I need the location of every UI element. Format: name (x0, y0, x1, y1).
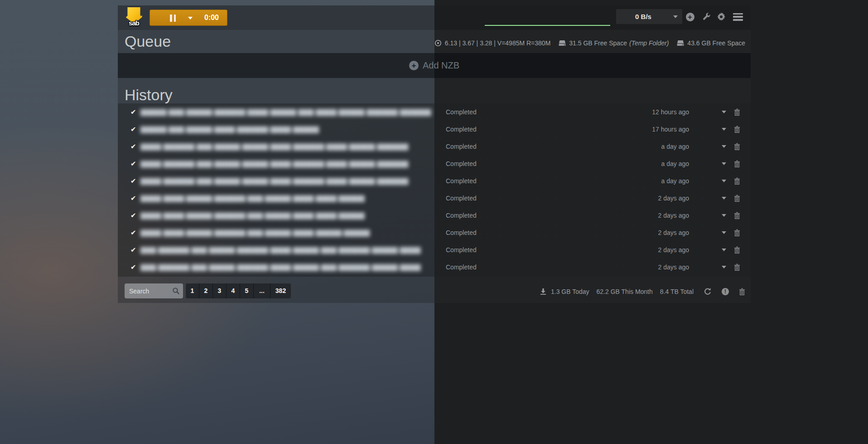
total-stat: 8.4 TB Total (660, 288, 694, 295)
page-button-382[interactable]: 382 (270, 283, 291, 298)
job-status: Completed (446, 126, 477, 133)
row-delete-button[interactable] (734, 212, 740, 219)
menu-icon-button[interactable] (733, 12, 743, 22)
job-status: Completed (446, 177, 477, 185)
job-status: Completed (446, 246, 477, 254)
history-row[interactable]: ✔ ▇▇▇▇ ▇▇▇▇▇▇ ▇▇▇ ▇▇▇▇▇ ▇▇▇▇▇ ▇▇▇▇ ▇▇▇▇▇… (118, 155, 751, 172)
today-stat: 1.3 GB Today (551, 288, 589, 295)
refresh-button[interactable] (704, 288, 712, 296)
add-icon: + (686, 13, 694, 21)
row-expand-caret-icon[interactable] (722, 162, 726, 165)
row-expand-caret-icon[interactable] (722, 180, 726, 182)
page-button-1[interactable]: 1 (186, 283, 199, 298)
clear-history-button[interactable] (739, 288, 745, 295)
trash-icon (734, 195, 740, 202)
pagination: 12345...382 (186, 283, 291, 298)
masked-job-name[interactable]: ▇▇▇▇ ▇▇▇▇ ▇▇▇▇▇ ▇▇▇▇▇▇ ▇▇▇ ▇▇▇▇▇ ▇▇▇▇ ▇▇… (140, 194, 365, 202)
completed-check-icon: ✔ (130, 125, 136, 133)
job-time: 2 days ago (658, 229, 690, 236)
add-icon-button[interactable]: + (685, 12, 695, 22)
row-delete-button[interactable] (734, 177, 740, 185)
row-expand-caret-icon[interactable] (722, 249, 726, 251)
servers-icon (434, 39, 442, 47)
row-delete-button[interactable] (734, 195, 740, 202)
history-row[interactable]: ✔ ▇▇▇▇▇ ▇▇▇ ▇▇▇▇▇ ▇▇▇▇▇▇ ▇▇▇▇ ▇▇▇▇▇ ▇▇▇ … (118, 103, 751, 121)
history-row[interactable]: ✔ ▇▇▇▇ ▇▇▇▇ ▇▇▇▇▇ ▇▇▇▇▇▇ ▇▇▇ ▇▇▇▇▇ ▇▇▇▇ … (118, 207, 751, 224)
masked-job-name[interactable]: ▇▇▇ ▇▇▇▇▇▇ ▇▇▇ ▇▇▇▇▇ ▇▇▇▇▇▇ ▇▇▇▇ ▇▇▇▇▇ ▇… (140, 263, 420, 271)
row-delete-button[interactable] (734, 246, 740, 254)
row-expand-caret-icon[interactable] (722, 145, 726, 148)
history-row[interactable]: ✔ ▇▇▇ ▇▇▇▇▇▇ ▇▇▇ ▇▇▇▇▇ ▇▇▇▇▇▇ ▇▇▇▇ ▇▇▇▇▇… (118, 241, 751, 259)
masked-job-name[interactable]: ▇▇▇ ▇▇▇▇▇▇ ▇▇▇ ▇▇▇▇▇ ▇▇▇▇▇▇ ▇▇▇▇ ▇▇▇▇▇ ▇… (140, 246, 420, 254)
page-button-...[interactable]: ... (254, 283, 270, 298)
pause-dropdown-caret-icon[interactable] (188, 17, 193, 20)
page-button-3[interactable]: 3 (213, 283, 227, 298)
masked-job-name[interactable]: ▇▇▇▇▇ ▇▇▇ ▇▇▇▇▇ ▇▇▇▇▇▇ ▇▇▇▇ ▇▇▇▇▇ ▇▇▇ ▇▇… (140, 108, 431, 116)
page-button-5[interactable]: 5 (240, 283, 254, 298)
job-status: Completed (446, 229, 477, 236)
add-nzb-dropzone[interactable]: + Add NZB (118, 53, 751, 78)
history-row[interactable]: ✔ ▇▇▇▇ ▇▇▇▇▇▇ ▇▇▇ ▇▇▇▇▇ ▇▇▇▇▇ ▇▇▇▇ ▇▇▇▇▇… (118, 138, 751, 155)
statusbar: 6.13 | 3.67 | 3.28 | V=4985M R=380M 31.5… (426, 38, 745, 48)
row-expand-caret-icon[interactable] (722, 128, 726, 131)
masked-job-name[interactable]: ▇▇▇▇ ▇▇▇▇ ▇▇▇▇▇ ▇▇▇▇▇▇ ▇▇▇ ▇▇▇▇▇ ▇▇▇▇ ▇▇… (140, 211, 365, 220)
speed-limit-dropdown[interactable]: 0 B/s (616, 9, 682, 24)
history-row[interactable]: ✔ ▇▇▇▇ ▇▇▇▇▇▇ ▇▇▇ ▇▇▇▇▇ ▇▇▇▇▇ ▇▇▇▇ ▇▇▇▇▇… (118, 172, 751, 190)
job-time: a day ago (661, 160, 690, 167)
page-button-2[interactable]: 2 (199, 283, 213, 298)
pause-resume-button[interactable]: 0:00 (149, 10, 227, 26)
trash-icon (734, 108, 740, 116)
history-row[interactable]: ✔ ▇▇▇▇ ▇▇▇▇ ▇▇▇▇▇ ▇▇▇▇▇▇ ▇▇▇ ▇▇▇▇▇ ▇▇▇▇ … (118, 224, 751, 241)
sab-logo[interactable]: sab (125, 7, 142, 28)
completed-check-icon: ✔ (130, 246, 136, 254)
masked-job-name[interactable]: ▇▇▇▇ ▇▇▇▇▇▇ ▇▇▇ ▇▇▇▇▇ ▇▇▇▇▇ ▇▇▇▇ ▇▇▇▇▇▇ … (140, 177, 408, 185)
app-container: sab 0:00 0 B/s + (118, 5, 751, 303)
refresh-icon (704, 288, 712, 296)
job-status: Completed (446, 108, 477, 116)
temp-free-space-text: 31.5 GB Free Space (569, 39, 627, 47)
row-delete-button[interactable] (734, 126, 740, 133)
masked-job-name[interactable]: ▇▇▇▇ ▇▇▇▇▇▇ ▇▇▇ ▇▇▇▇▇ ▇▇▇▇▇ ▇▇▇▇ ▇▇▇▇▇▇ … (140, 160, 408, 168)
history-row[interactable]: ✔ ▇▇▇▇ ▇▇▇▇ ▇▇▇▇▇ ▇▇▇▇▇▇ ▇▇▇ ▇▇▇▇▇ ▇▇▇▇ … (118, 190, 751, 207)
history-search (125, 283, 183, 298)
row-expand-caret-icon[interactable] (722, 214, 726, 217)
month-stat: 62.2 GB This Month (597, 288, 653, 295)
job-time: 2 days ago (658, 212, 690, 219)
trash-icon (734, 126, 740, 133)
history-row[interactable]: ✔ ▇▇▇ ▇▇▇▇▇▇ ▇▇▇ ▇▇▇▇▇ ▇▇▇▇▇▇ ▇▇▇▇ ▇▇▇▇▇… (118, 259, 751, 276)
masked-job-name[interactable]: ▇▇▇▇▇ ▇▇▇ ▇▇▇▇▇ ▇▇▇▇ ▇▇▇▇▇▇ ▇▇▇▇ ▇▇▇▇▇ (140, 125, 319, 133)
settings-icon-button[interactable] (716, 12, 726, 22)
temp-free-space: 31.5 GB Free Space (Temp Folder) (559, 39, 669, 47)
server-stats-text: 6.13 | 3.67 | 3.28 | V=4985M R=380M (445, 39, 551, 47)
job-time: 2 days ago (658, 246, 690, 254)
trash-icon (734, 212, 740, 219)
job-status: Completed (446, 160, 477, 167)
row-expand-caret-icon[interactable] (722, 231, 726, 234)
speed-caret-icon (673, 15, 678, 18)
alert-icon: ! (722, 288, 729, 295)
masked-job-name[interactable]: ▇▇▇▇ ▇▇▇▇▇▇ ▇▇▇ ▇▇▇▇▇ ▇▇▇▇▇ ▇▇▇▇ ▇▇▇▇▇▇ … (140, 142, 408, 151)
row-delete-button[interactable] (734, 160, 740, 167)
speed-graph-line (485, 25, 610, 26)
pause-icon (170, 15, 176, 22)
wrench-icon-button[interactable] (702, 12, 712, 22)
sab-logo-text: sab (125, 19, 142, 27)
row-delete-button[interactable] (734, 229, 740, 236)
row-expand-caret-icon[interactable] (722, 266, 726, 268)
row-expand-caret-icon[interactable] (722, 111, 726, 113)
row-delete-button[interactable] (734, 108, 740, 116)
masked-job-name[interactable]: ▇▇▇▇ ▇▇▇▇ ▇▇▇▇▇ ▇▇▇▇▇▇ ▇▇▇ ▇▇▇▇▇ ▇▇▇▇ ▇▇… (140, 229, 370, 237)
trash-icon (734, 263, 740, 271)
job-time: 17 hours ago (652, 126, 689, 133)
row-expand-caret-icon[interactable] (722, 197, 726, 200)
row-delete-button[interactable] (734, 143, 740, 150)
alerts-button[interactable]: ! (722, 288, 729, 295)
row-delete-button[interactable] (734, 263, 740, 271)
temp-folder-note: (Temp Folder) (629, 39, 669, 47)
page-button-4[interactable]: 4 (227, 283, 240, 298)
trash-icon (734, 143, 740, 150)
job-status: Completed (446, 143, 477, 150)
download-icon (540, 288, 546, 295)
history-row[interactable]: ✔ ▇▇▇▇▇ ▇▇▇ ▇▇▇▇▇ ▇▇▇▇ ▇▇▇▇▇▇ ▇▇▇▇ ▇▇▇▇▇… (118, 121, 751, 138)
completed-check-icon: ✔ (130, 211, 136, 220)
